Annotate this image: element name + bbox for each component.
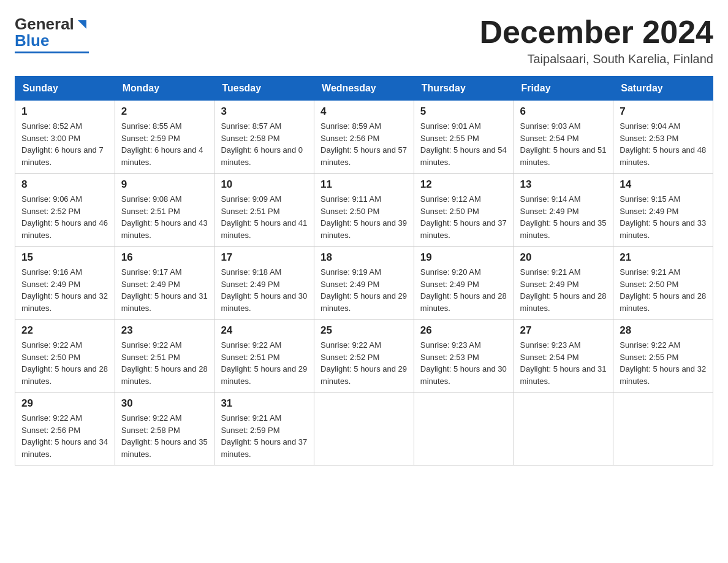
- day-number: 29: [21, 397, 108, 410]
- day-number: 13: [520, 178, 607, 191]
- day-number: 23: [121, 324, 208, 337]
- day-number: 12: [420, 178, 507, 191]
- title-block: December 2024 Taipalsaari, South Karelia…: [479, 15, 713, 66]
- day-number: 5: [420, 105, 507, 118]
- day-number: 10: [221, 178, 308, 191]
- page-header: General Blue December 2024 Taipalsaari, …: [15, 15, 713, 66]
- day-info: Sunrise: 9:15 AM Sunset: 2:49 PM Dayligh…: [620, 193, 707, 241]
- calendar-cell: 3 Sunrise: 8:57 AM Sunset: 2:58 PM Dayli…: [214, 101, 314, 174]
- svg-marker-0: [78, 20, 86, 29]
- calendar-cell: 8 Sunrise: 9:06 AM Sunset: 2:52 PM Dayli…: [15, 174, 115, 247]
- calendar-cell: [414, 393, 514, 465]
- logo: General Blue: [15, 15, 89, 53]
- logo-underline: [15, 52, 89, 53]
- day-number: 30: [121, 397, 208, 410]
- header-wednesday: Wednesday: [314, 77, 414, 101]
- day-number: 9: [121, 178, 208, 191]
- day-info: Sunrise: 9:22 AM Sunset: 2:50 PM Dayligh…: [21, 339, 108, 387]
- day-number: 4: [320, 105, 408, 118]
- day-info: Sunrise: 9:22 AM Sunset: 2:51 PM Dayligh…: [121, 339, 208, 387]
- calendar-cell: 30 Sunrise: 9:22 AM Sunset: 2:58 PM Dayl…: [115, 393, 214, 465]
- day-number: 28: [620, 324, 707, 337]
- day-info: Sunrise: 9:22 AM Sunset: 2:52 PM Dayligh…: [320, 339, 408, 387]
- header-thursday: Thursday: [414, 77, 514, 101]
- calendar-cell: 6 Sunrise: 9:03 AM Sunset: 2:54 PM Dayli…: [514, 101, 613, 174]
- header-row: Sunday Monday Tuesday Wednesday Thursday…: [15, 77, 713, 101]
- day-info: Sunrise: 9:22 AM Sunset: 2:58 PM Dayligh…: [121, 412, 208, 460]
- calendar-cell: 1 Sunrise: 8:52 AM Sunset: 3:00 PM Dayli…: [15, 101, 115, 174]
- calendar-week-1: 1 Sunrise: 8:52 AM Sunset: 3:00 PM Dayli…: [15, 101, 713, 174]
- calendar-week-4: 22 Sunrise: 9:22 AM Sunset: 2:50 PM Dayl…: [15, 320, 713, 393]
- day-number: 24: [221, 324, 308, 337]
- day-info: Sunrise: 9:08 AM Sunset: 2:51 PM Dayligh…: [121, 193, 208, 241]
- logo-triangle-icon: [75, 18, 89, 31]
- day-info: Sunrise: 9:23 AM Sunset: 2:54 PM Dayligh…: [520, 339, 607, 387]
- day-number: 7: [620, 105, 707, 118]
- day-info: Sunrise: 9:04 AM Sunset: 2:53 PM Dayligh…: [620, 120, 707, 168]
- calendar-cell: 7 Sunrise: 9:04 AM Sunset: 2:53 PM Dayli…: [613, 101, 713, 174]
- page-title: December 2024: [479, 15, 713, 50]
- header-monday: Monday: [115, 77, 214, 101]
- calendar-cell: 17 Sunrise: 9:18 AM Sunset: 2:49 PM Dayl…: [214, 247, 314, 320]
- calendar-cell: 2 Sunrise: 8:55 AM Sunset: 2:59 PM Dayli…: [115, 101, 214, 174]
- day-info: Sunrise: 9:03 AM Sunset: 2:54 PM Dayligh…: [520, 120, 607, 168]
- calendar-cell: 22 Sunrise: 9:22 AM Sunset: 2:50 PM Dayl…: [15, 320, 115, 393]
- day-info: Sunrise: 9:17 AM Sunset: 2:49 PM Dayligh…: [121, 266, 208, 314]
- calendar-cell: 16 Sunrise: 9:17 AM Sunset: 2:49 PM Dayl…: [115, 247, 214, 320]
- header-saturday: Saturday: [613, 77, 713, 101]
- day-number: 27: [520, 324, 607, 337]
- day-info: Sunrise: 9:20 AM Sunset: 2:49 PM Dayligh…: [420, 266, 507, 314]
- day-number: 16: [121, 251, 208, 264]
- calendar-cell: 27 Sunrise: 9:23 AM Sunset: 2:54 PM Dayl…: [514, 320, 613, 393]
- calendar-cell: 25 Sunrise: 9:22 AM Sunset: 2:52 PM Dayl…: [314, 320, 414, 393]
- calendar-cell: 24 Sunrise: 9:22 AM Sunset: 2:51 PM Dayl…: [214, 320, 314, 393]
- day-info: Sunrise: 9:18 AM Sunset: 2:49 PM Dayligh…: [221, 266, 308, 314]
- day-info: Sunrise: 9:23 AM Sunset: 2:53 PM Dayligh…: [420, 339, 507, 387]
- day-number: 22: [21, 324, 108, 337]
- calendar-cell: 23 Sunrise: 9:22 AM Sunset: 2:51 PM Dayl…: [115, 320, 214, 393]
- calendar-cell: 10 Sunrise: 9:09 AM Sunset: 2:51 PM Dayl…: [214, 174, 314, 247]
- day-number: 14: [620, 178, 707, 191]
- header-friday: Friday: [514, 77, 613, 101]
- day-info: Sunrise: 9:12 AM Sunset: 2:50 PM Dayligh…: [420, 193, 507, 241]
- day-info: Sunrise: 9:11 AM Sunset: 2:50 PM Dayligh…: [320, 193, 408, 241]
- day-info: Sunrise: 8:59 AM Sunset: 2:56 PM Dayligh…: [320, 120, 408, 168]
- calendar-cell: [613, 393, 713, 465]
- day-info: Sunrise: 9:22 AM Sunset: 2:55 PM Dayligh…: [620, 339, 707, 387]
- day-number: 6: [520, 105, 607, 118]
- calendar-table: Sunday Monday Tuesday Wednesday Thursday…: [15, 76, 713, 465]
- day-info: Sunrise: 9:16 AM Sunset: 2:49 PM Dayligh…: [21, 266, 108, 314]
- calendar-week-5: 29 Sunrise: 9:22 AM Sunset: 2:56 PM Dayl…: [15, 393, 713, 465]
- calendar-cell: 31 Sunrise: 9:21 AM Sunset: 2:59 PM Dayl…: [214, 393, 314, 465]
- calendar-cell: 13 Sunrise: 9:14 AM Sunset: 2:49 PM Dayl…: [514, 174, 613, 247]
- calendar-cell: [514, 393, 613, 465]
- day-info: Sunrise: 9:21 AM Sunset: 2:59 PM Dayligh…: [221, 412, 308, 460]
- calendar-cell: [314, 393, 414, 465]
- calendar-cell: 4 Sunrise: 8:59 AM Sunset: 2:56 PM Dayli…: [314, 101, 414, 174]
- day-number: 17: [221, 251, 308, 264]
- calendar-week-3: 15 Sunrise: 9:16 AM Sunset: 2:49 PM Dayl…: [15, 247, 713, 320]
- header-tuesday: Tuesday: [214, 77, 314, 101]
- calendar-cell: 29 Sunrise: 9:22 AM Sunset: 2:56 PM Dayl…: [15, 393, 115, 465]
- day-info: Sunrise: 8:52 AM Sunset: 3:00 PM Dayligh…: [21, 120, 108, 168]
- day-number: 25: [320, 324, 408, 337]
- day-info: Sunrise: 9:01 AM Sunset: 2:55 PM Dayligh…: [420, 120, 507, 168]
- calendar-cell: 11 Sunrise: 9:11 AM Sunset: 2:50 PM Dayl…: [314, 174, 414, 247]
- day-info: Sunrise: 8:57 AM Sunset: 2:58 PM Dayligh…: [221, 120, 308, 168]
- day-number: 1: [21, 105, 108, 118]
- day-number: 31: [221, 397, 308, 410]
- day-number: 21: [620, 251, 707, 264]
- logo-blue-text: Blue: [15, 31, 49, 50]
- calendar-cell: 26 Sunrise: 9:23 AM Sunset: 2:53 PM Dayl…: [414, 320, 514, 393]
- calendar-cell: 18 Sunrise: 9:19 AM Sunset: 2:49 PM Dayl…: [314, 247, 414, 320]
- day-number: 15: [21, 251, 108, 264]
- day-info: Sunrise: 9:22 AM Sunset: 2:56 PM Dayligh…: [21, 412, 108, 460]
- day-number: 26: [420, 324, 507, 337]
- day-number: 19: [420, 251, 507, 264]
- calendar-cell: 5 Sunrise: 9:01 AM Sunset: 2:55 PM Dayli…: [414, 101, 514, 174]
- calendar-cell: 21 Sunrise: 9:21 AM Sunset: 2:50 PM Dayl…: [613, 247, 713, 320]
- day-info: Sunrise: 9:22 AM Sunset: 2:51 PM Dayligh…: [221, 339, 308, 387]
- calendar-cell: 12 Sunrise: 9:12 AM Sunset: 2:50 PM Dayl…: [414, 174, 514, 247]
- calendar-cell: 9 Sunrise: 9:08 AM Sunset: 2:51 PM Dayli…: [115, 174, 214, 247]
- day-info: Sunrise: 9:21 AM Sunset: 2:49 PM Dayligh…: [520, 266, 607, 314]
